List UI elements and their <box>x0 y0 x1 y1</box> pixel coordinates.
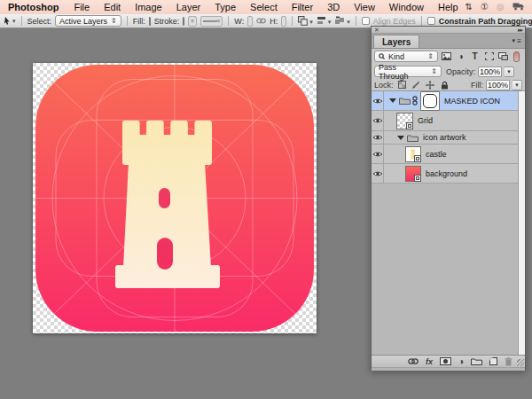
stroke-swatch[interactable] <box>183 17 184 26</box>
layer-row-background[interactable]: background <box>372 164 518 184</box>
menu-layer[interactable]: Layer <box>169 0 208 14</box>
fill-swatch[interactable] <box>149 17 151 26</box>
close-icon[interactable]: ✕ <box>374 27 379 34</box>
layer-row-icon-artwork[interactable]: icon artwork <box>372 131 518 145</box>
mask-link-icon[interactable] <box>412 96 418 106</box>
height-label: H: <box>270 17 278 26</box>
menu-filter[interactable]: Filter <box>285 0 320 14</box>
circled-one-icon[interactable]: ① <box>481 0 489 14</box>
lock-position-move-icon[interactable] <box>425 80 436 90</box>
menu-photoshop[interactable]: Photoshop <box>5 0 66 14</box>
fill-label: Fill: <box>133 17 145 26</box>
fill-value-field[interactable]: 100% <box>486 80 510 90</box>
layer-thumbnail[interactable] <box>405 146 421 162</box>
menu-select[interactable]: Select <box>243 0 285 14</box>
lock-transparency-icon[interactable] <box>396 80 408 90</box>
layer-thumbnail[interactable] <box>396 113 413 129</box>
vector-mask-thumbnail[interactable] <box>420 91 440 111</box>
path-operations-button[interactable]: ▾ <box>298 16 313 26</box>
visibility-toggle[interactable] <box>372 111 384 130</box>
layer-thumbnail[interactable] <box>405 166 421 182</box>
search-icon <box>379 53 385 59</box>
layer-row-castle[interactable]: castle <box>372 145 518 164</box>
panel-titlebar[interactable]: ✕ ▸▸ <box>372 27 525 34</box>
blend-mode-value: Pass Through <box>379 63 427 81</box>
menu-edit[interactable]: Edit <box>97 0 128 14</box>
layer-row-masked-icon[interactable]: MASKED ICON <box>372 91 518 111</box>
pixel-layers-filter-icon[interactable] <box>441 51 452 62</box>
fill-dropdown-arrow[interactable]: ▼ <box>512 80 522 90</box>
layer-name[interactable]: background <box>426 169 467 178</box>
visibility-toggle[interactable] <box>372 131 384 144</box>
layer-row-grid[interactable]: Grid <box>372 111 518 131</box>
select-mode-value: Active Layers <box>59 17 107 26</box>
fill-label: Fill: <box>471 81 483 90</box>
document-canvas[interactable] <box>33 63 317 333</box>
disclosure-triangle-icon[interactable] <box>389 98 396 103</box>
delete-layer-trash-button[interactable] <box>505 357 512 366</box>
layer-list: MASKED ICON Grid icon artwork <box>372 90 525 355</box>
new-adjustment-layer-button[interactable]: ◑ <box>458 356 464 366</box>
panel-bottom-bar: fx ◑ <box>372 355 525 367</box>
van-icon[interactable] <box>512 2 525 12</box>
new-group-button[interactable] <box>471 357 482 365</box>
stroke-width-field[interactable]: ▾ <box>188 16 197 27</box>
smart-object-filter-icon[interactable] <box>497 51 509 62</box>
photoshop-window: Photoshop File Edit Image Layer Type Sel… <box>0 0 532 399</box>
divider <box>356 16 356 26</box>
stroke-type-dropdown[interactable]: ▾ <box>200 16 223 27</box>
menu-view[interactable]: View <box>347 0 382 14</box>
tab-layers[interactable]: Layers <box>373 35 419 48</box>
filter-kind-dropdown[interactable]: Kind ⇕ <box>374 51 438 62</box>
collapse-panel-icon[interactable]: ▸▸ <box>518 27 522 34</box>
menu-type[interactable]: Type <box>207 0 243 14</box>
layer-name[interactable]: Grid <box>418 116 433 125</box>
panel-resize-grip[interactable] <box>517 359 524 366</box>
stroke-label: Stroke: <box>154 17 180 26</box>
visibility-toggle[interactable] <box>372 145 384 163</box>
shape-layers-filter-icon[interactable] <box>483 51 495 62</box>
divider <box>292 16 293 26</box>
align-edges-checkbox[interactable] <box>362 17 370 25</box>
link-layers-button[interactable] <box>408 358 419 364</box>
add-layer-mask-button[interactable] <box>440 357 451 365</box>
layer-filter-row: Kind ⇕ ◑ T <box>372 49 525 64</box>
new-layer-button[interactable] <box>489 357 497 365</box>
select-mode-dropdown[interactable]: Active Layers ⇕ <box>55 15 121 27</box>
sync-arrows-icon[interactable]: ⇅ <box>466 0 473 14</box>
path-alignment-button[interactable]: ▾ <box>317 16 332 26</box>
layer-style-fx-button[interactable]: fx <box>426 357 433 366</box>
eye-icon <box>372 98 383 105</box>
menu-image[interactable]: Image <box>128 0 169 14</box>
chevron-down-icon: ▾ <box>309 19 313 26</box>
link-dimensions-icon[interactable] <box>256 17 266 26</box>
filter-toggle-switch[interactable] <box>513 51 520 62</box>
layer-name[interactable]: MASKED ICON <box>444 97 500 106</box>
path-arrangement-button[interactable]: ▾ <box>334 16 350 26</box>
opacity-dropdown-arrow[interactable]: ▼ <box>505 66 514 77</box>
lock-all-padlock-icon[interactable] <box>439 80 450 90</box>
layer-name[interactable]: icon artwork <box>423 133 466 142</box>
visibility-toggle[interactable] <box>372 91 384 110</box>
constrain-path-dragging-checkbox[interactable] <box>427 17 435 25</box>
tool-preset-picker[interactable]: ▾ <box>4 17 16 25</box>
ring-icon[interactable]: ◎ <box>497 0 505 14</box>
opacity-value-field[interactable]: 100% <box>478 66 502 77</box>
menu-help[interactable]: Help <box>431 0 466 14</box>
disclosure-triangle-icon[interactable] <box>397 136 404 140</box>
adjustment-layers-filter-icon[interactable]: ◑ <box>455 51 466 62</box>
menu-3d[interactable]: 3D <box>320 0 347 14</box>
blend-mode-dropdown[interactable]: Pass Through ⇕ <box>374 66 442 77</box>
eye-icon <box>372 117 383 124</box>
opacity-label: Opacity: <box>446 67 475 76</box>
scrollbar-track[interactable] <box>518 91 525 355</box>
layer-name[interactable]: castle <box>426 150 447 159</box>
type-layers-filter-icon[interactable]: T <box>469 51 481 62</box>
panel-menu-icon[interactable]: ▼≡ <box>510 36 522 45</box>
shape-width-field[interactable] <box>247 16 253 27</box>
lock-pixels-brush-icon[interactable] <box>411 80 422 90</box>
menu-window[interactable]: Window <box>382 0 431 14</box>
visibility-toggle[interactable] <box>372 164 384 183</box>
shape-height-field[interactable] <box>281 16 286 27</box>
menu-file[interactable]: File <box>66 0 97 14</box>
